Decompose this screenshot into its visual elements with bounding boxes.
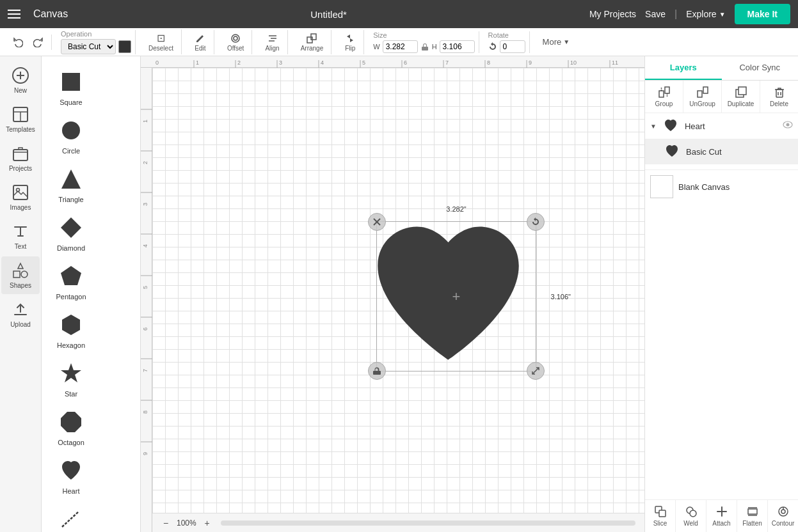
scroll-bar[interactable] — [221, 520, 635, 526]
edit-section: Edit — [187, 30, 214, 54]
shape-pentagon[interactable]: Pentagon — [48, 257, 94, 306]
rotate-input[interactable] — [500, 40, 525, 53]
handle-bottom-right[interactable] — [527, 362, 545, 380]
zoom-in-button[interactable]: + — [200, 516, 214, 530]
doc-title: Untitled* — [78, 9, 579, 20]
group-button[interactable]: Group — [645, 81, 683, 113]
slice-icon — [654, 505, 667, 518]
zoom-value: 100% — [177, 519, 196, 528]
svg-text:9: 9 — [529, 59, 532, 66]
undo-button[interactable] — [9, 35, 27, 50]
sidebar-item-templates[interactable]: Templates — [1, 100, 40, 138]
align-button[interactable]: Align — [261, 30, 283, 54]
layer-basic-cut[interactable]: Basic Cut — [645, 139, 798, 164]
deselect-button[interactable]: ⊡ Deselect — [145, 29, 177, 54]
sidebar-item-upload[interactable]: Upload — [1, 295, 40, 333]
flatten-button[interactable]: Flatten — [737, 500, 768, 532]
heart-object[interactable] — [370, 221, 527, 372]
templates-icon — [12, 106, 29, 123]
sidebar-item-projects[interactable]: Projects — [1, 139, 40, 177]
shape-octagon[interactable]: Octagon — [48, 403, 94, 451]
svg-rect-17 — [13, 271, 20, 278]
shape-heart[interactable]: Heart — [48, 451, 94, 500]
shape-circle[interactable]: Circle — [48, 111, 94, 160]
svg-point-1 — [234, 36, 237, 40]
new-icon — [12, 66, 29, 84]
layer-heart-icon — [662, 117, 680, 135]
handle-top-left[interactable] — [368, 213, 386, 231]
lock-handle-icon — [372, 366, 381, 375]
svg-rect-79 — [738, 87, 746, 95]
weld-button[interactable]: Weld — [676, 500, 706, 532]
layer-heart-group[interactable]: ▼ Heart — [645, 113, 798, 139]
operation-select[interactable]: Basic Cut — [61, 39, 116, 54]
ungroup-button[interactable]: UnGroup — [683, 81, 722, 113]
hamburger-menu[interactable] — [8, 10, 20, 19]
arrange-section: Arrange — [293, 30, 332, 54]
sidebar-item-new[interactable]: New — [1, 61, 40, 99]
toolbar: Operation Basic Cut ⊡ Deselect Edit Offs… — [0, 28, 798, 56]
more-button[interactable]: More ▼ — [539, 35, 574, 49]
canvas-area[interactable]: 0 1 2 3 4 5 6 7 8 9 10 — [141, 56, 644, 532]
offset-button[interactable]: Offset — [223, 30, 248, 54]
svg-rect-18 — [62, 73, 80, 91]
svg-rect-14 — [13, 185, 28, 199]
handle-bottom-left[interactable] — [368, 362, 386, 380]
delete-button[interactable]: Delete — [760, 81, 798, 113]
shape-star[interactable]: Star — [48, 354, 94, 403]
svg-rect-13 — [13, 150, 28, 160]
shape-score-line[interactable]: Score Line — [48, 500, 94, 532]
my-projects-link[interactable]: My Projects — [589, 9, 636, 19]
size-label: Size — [373, 31, 474, 39]
sidebar-item-images[interactable]: Images — [1, 178, 40, 216]
svg-rect-72 — [659, 91, 664, 97]
sidebar-item-images-label: Images — [10, 204, 31, 211]
blank-canvas-item[interactable]: Blank Canvas — [645, 169, 798, 203]
handle-top-right[interactable] — [527, 213, 545, 231]
left-sidebar: New Templates Projects — [0, 56, 42, 532]
sidebar-item-shapes[interactable]: Shapes — [1, 256, 40, 294]
attach-button[interactable]: Attach — [706, 500, 737, 532]
lock-icon — [420, 42, 429, 51]
shapes-panel: Square Circle Triangle Diamond — [42, 56, 141, 532]
zoom-out-button[interactable]: − — [159, 516, 173, 530]
layer-basic-cut-icon — [663, 143, 681, 160]
svg-text:7: 7 — [445, 59, 449, 66]
undo-redo-section — [5, 35, 52, 50]
flip-button[interactable]: Flip — [340, 30, 360, 54]
svg-text:5: 5 — [362, 59, 365, 66]
eye-icon[interactable] — [783, 120, 793, 132]
sidebar-item-text[interactable]: Text — [1, 217, 40, 255]
shapes-icon — [12, 262, 29, 279]
rotate-handle-icon — [531, 217, 540, 226]
svg-marker-24 — [61, 363, 81, 382]
svg-marker-25 — [61, 412, 81, 432]
shape-square[interactable]: Square — [48, 63, 94, 111]
color-swatch[interactable] — [118, 40, 131, 53]
align-section: Align — [257, 30, 287, 54]
slice-button[interactable]: Slice — [645, 500, 676, 532]
redo-button[interactable] — [29, 35, 47, 50]
explore-button[interactable]: Explore ▼ — [686, 9, 725, 19]
height-input[interactable] — [440, 40, 475, 53]
main-area: New Templates Projects — [0, 56, 798, 532]
tab-color-sync[interactable]: Color Sync — [722, 56, 799, 80]
expand-arrow-icon[interactable]: ▼ — [650, 123, 657, 130]
arrange-button[interactable]: Arrange — [297, 30, 328, 54]
contour-button[interactable]: Contour — [768, 500, 798, 532]
edit-button[interactable]: Edit — [191, 30, 210, 54]
make-it-button[interactable]: Make It — [735, 4, 790, 24]
svg-text:8: 8 — [487, 59, 490, 66]
save-link[interactable]: Save — [645, 9, 666, 19]
svg-text:10: 10 — [570, 59, 577, 66]
canvas-grid[interactable]: 3.282" 3.106" + — [152, 68, 644, 513]
svg-marker-20 — [61, 169, 81, 189]
shape-triangle[interactable]: Triangle — [48, 160, 94, 208]
sidebar-item-projects-label: Projects — [9, 165, 32, 172]
weld-icon — [685, 505, 698, 518]
shape-diamond[interactable]: Diamond — [48, 208, 94, 257]
duplicate-button[interactable]: Duplicate — [722, 81, 760, 113]
width-input[interactable] — [383, 40, 418, 53]
shape-hexagon[interactable]: Hexagon — [48, 306, 94, 354]
tab-layers[interactable]: Layers — [645, 56, 722, 80]
